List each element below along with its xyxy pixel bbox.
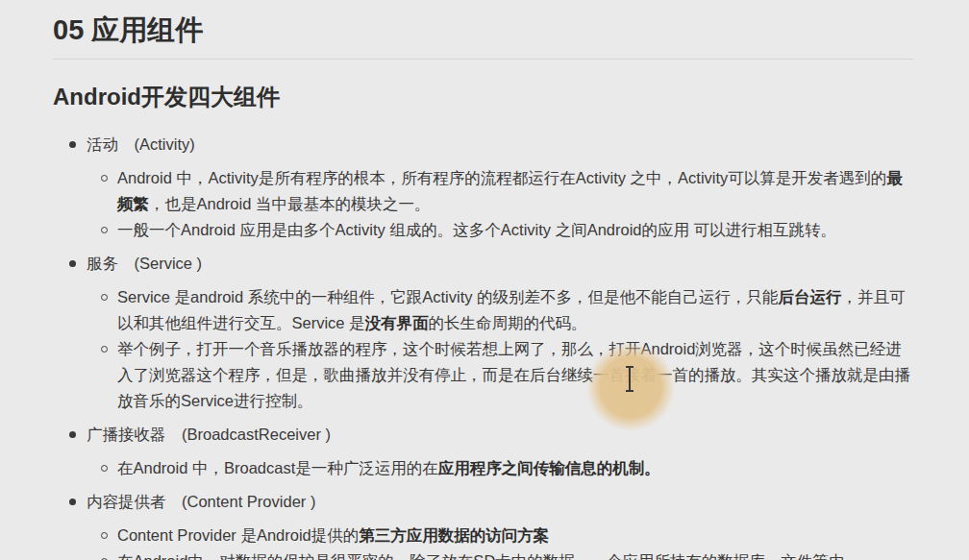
note-text: 的长生命周期的代码。 <box>429 314 587 331</box>
note-text: 举个例子，打开一个音乐播放器的程序，这个时候若想上网了，那么，打开Android… <box>117 340 910 409</box>
note-text: ，也是Android 当中最基本的模块之一。 <box>149 195 430 212</box>
note-text: 在Android中，对数据的保护是很严密的，除了放在SD卡中的数据，一个应用所持… <box>117 552 844 560</box>
note-text-bold: 应用程序之间传输信息的机制。 <box>438 459 660 476</box>
component-item: 服务 (Service )Service 是android 系统中的一种组件，它… <box>87 251 913 414</box>
note-text: 在Android 中，Broadcast是一种广泛运用的在 <box>117 459 438 476</box>
document-page: 05 应用组件 Android开发四大组件 活动 (Activity)Andro… <box>0 13 969 560</box>
component-item: 广播接收器 (BroadcastReceiver )在Android 中，Bro… <box>87 422 913 481</box>
component-item: 活动 (Activity)Android 中，Activity是所有程序的根本，… <box>87 132 913 243</box>
component-term: 活动 (Activity) <box>87 135 195 153</box>
section-heading: Android开发四大组件 <box>53 83 913 111</box>
component-term: 服务 (Service ) <box>87 255 202 272</box>
note-item: Android 中，Activity是所有程序的根本，所有程序的流程都运行在Ac… <box>117 165 913 217</box>
page-title: 05 应用组件 <box>53 13 913 60</box>
note-text: Service 是android 系统中的一种组件，它跟Activity 的级别… <box>117 288 779 305</box>
note-item: 一般一个Android 应用是由多个Activity 组成的。这多个Activi… <box>117 217 913 243</box>
note-item: Content Provider 是Android提供的第三方应用数据的访问方案 <box>117 523 913 548</box>
note-text-bold: 后台运行 <box>779 288 842 305</box>
note-text: Android 中，Activity是所有程序的根本，所有程序的流程都运行在Ac… <box>117 169 886 186</box>
note-item: 在Android 中，Broadcast是一种广泛运用的在应用程序之间传输信息的… <box>117 455 913 481</box>
component-item: 内容提供者 (Content Provider )Content Provide… <box>87 489 913 560</box>
component-notes: Android 中，Activity是所有程序的根本，所有程序的流程都运行在Ac… <box>87 165 913 243</box>
note-text: 一般一个Android 应用是由多个Activity 组成的。这多个Activi… <box>117 221 836 238</box>
note-text-bold: 第三方应用数据的访问方案 <box>359 526 549 544</box>
component-notes: 在Android 中，Broadcast是一种广泛运用的在应用程序之间传输信息的… <box>87 455 913 481</box>
note-item: Service 是android 系统中的一种组件，它跟Activity 的级别… <box>117 284 913 336</box>
note-item: 在Android中，对数据的保护是很严密的，除了放在SD卡中的数据，一个应用所持… <box>117 548 913 560</box>
component-term: 广播接收器 (BroadcastReceiver ) <box>87 426 331 443</box>
component-notes: Service 是android 系统中的一种组件，它跟Activity 的级别… <box>87 284 913 414</box>
note-text: Content Provider 是Android提供的 <box>117 526 359 544</box>
component-term: 内容提供者 (Content Provider ) <box>87 493 315 510</box>
note-item: 举个例子，打开一个音乐播放器的程序，这个时候若想上网了，那么，打开Android… <box>117 336 913 414</box>
note-text-bold: 没有界面 <box>365 314 429 331</box>
component-notes: Content Provider 是Android提供的第三方应用数据的访问方案… <box>87 523 913 560</box>
component-list: 活动 (Activity)Android 中，Activity是所有程序的根本，… <box>53 132 913 560</box>
